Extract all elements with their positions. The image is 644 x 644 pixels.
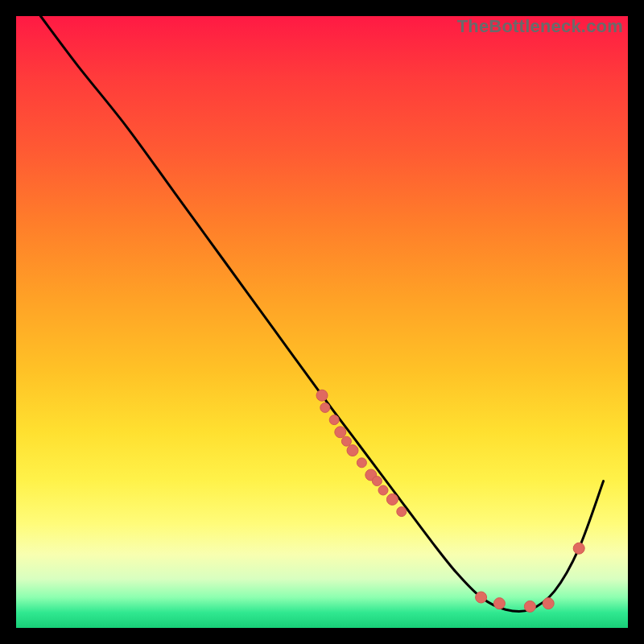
cluster-upper xyxy=(357,458,366,468)
watermark-text: TheBottleneck.com xyxy=(457,16,623,37)
cluster-upper xyxy=(316,390,328,401)
cluster-upper xyxy=(386,493,398,505)
basin-dot xyxy=(493,598,505,609)
data-points xyxy=(316,390,584,612)
cluster-upper xyxy=(378,485,388,495)
curve-overlay xyxy=(16,16,628,628)
cluster-upper xyxy=(335,427,346,438)
basin-dot xyxy=(543,598,554,609)
cluster-upper xyxy=(397,507,407,517)
cluster-upper xyxy=(341,436,351,446)
cluster-upper xyxy=(372,477,382,486)
plot-area xyxy=(16,16,628,628)
cluster-upper xyxy=(320,402,330,412)
basin-dot xyxy=(524,601,535,612)
bottleneck-curve xyxy=(40,16,603,612)
cluster-upper xyxy=(347,445,358,456)
rise-dot xyxy=(573,543,584,554)
cluster-upper xyxy=(329,415,339,425)
basin-dot xyxy=(476,592,487,603)
chart-frame: TheBottleneck.com xyxy=(16,16,628,628)
